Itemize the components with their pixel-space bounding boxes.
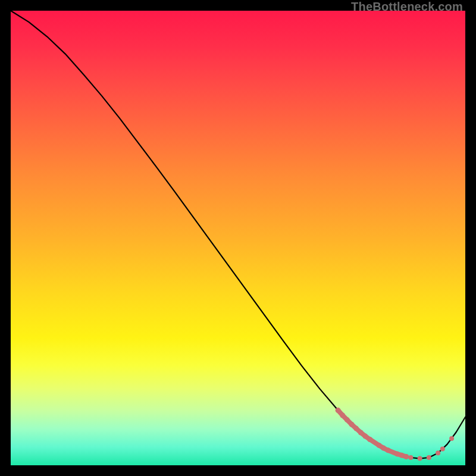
data-marker (345, 417, 350, 422)
bottleneck-curve (11, 11, 465, 459)
data-marker (353, 426, 359, 431)
data-marker (394, 451, 400, 456)
marker-cluster (338, 411, 406, 457)
watermark-label: TheBottleneck.com (351, 0, 463, 14)
data-marker (386, 447, 391, 453)
data-marker (336, 408, 341, 413)
data-marker (340, 412, 345, 418)
data-marker (427, 455, 431, 460)
data-marker (349, 422, 355, 427)
data-marker (358, 430, 364, 435)
chart-stage: TheBottleneck.com (0, 0, 476, 476)
plot-area (11, 11, 465, 465)
data-marker (408, 455, 413, 460)
data-marker (367, 437, 372, 442)
marker-group (336, 408, 455, 461)
data-marker (403, 454, 409, 459)
data-marker (440, 447, 445, 452)
data-marker (376, 443, 381, 448)
data-marker (449, 436, 454, 441)
data-marker (418, 456, 422, 461)
curve-svg (11, 11, 465, 465)
data-marker (399, 453, 405, 458)
data-marker (381, 445, 386, 450)
data-marker (436, 450, 440, 455)
data-marker (362, 434, 368, 439)
